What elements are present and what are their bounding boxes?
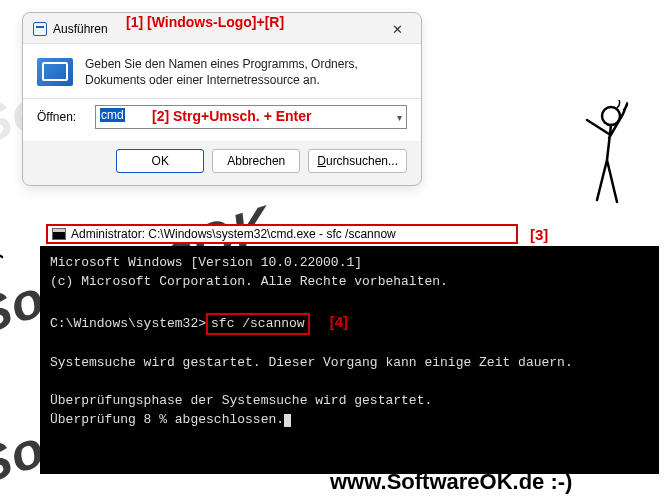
- annotation-2: [2] Strg+Umsch. + Enter: [152, 108, 312, 124]
- run-program-icon: [37, 58, 73, 86]
- annotation-3: [3]: [530, 226, 548, 243]
- dialog-description: Geben Sie den Namen eines Programms, Ord…: [85, 56, 407, 88]
- annotation-4: [4]: [330, 313, 348, 330]
- terminal-window: Administrator: C:\Windows\system32\cmd.e…: [40, 224, 659, 474]
- terminal-title-text: Administrator: C:\Windows\system32\cmd.e…: [71, 227, 396, 241]
- command-highlight: sfc /scannow: [206, 313, 310, 336]
- browse-button[interactable]: Durchsuchen...: [308, 149, 407, 173]
- annotation-1: [1] [Windows-Logo]+[R]: [126, 14, 284, 30]
- side-watermark-text: www.SoftwareOK.de :-): [0, 253, 4, 451]
- close-button[interactable]: ✕: [381, 19, 413, 39]
- terminal-output[interactable]: Microsoft Windows [Version 10.0.22000.1]…: [40, 246, 659, 474]
- cancel-button[interactable]: Abbrechen: [212, 149, 300, 173]
- terminal-titlebar: Administrator: C:\Windows\system32\cmd.e…: [46, 224, 518, 244]
- run-dialog-icon: [33, 22, 47, 36]
- run-dialog: Ausführen ✕ Geben Sie den Namen eines Pr…: [22, 12, 422, 186]
- thinking-figure-icon: [573, 100, 633, 220]
- footer-watermark-text: www.SoftwareOK.de :-): [330, 469, 572, 495]
- open-label: Öffnen:: [37, 110, 85, 124]
- cursor: [284, 414, 291, 427]
- cmd-icon: [52, 228, 66, 240]
- ok-button[interactable]: OK: [116, 149, 204, 173]
